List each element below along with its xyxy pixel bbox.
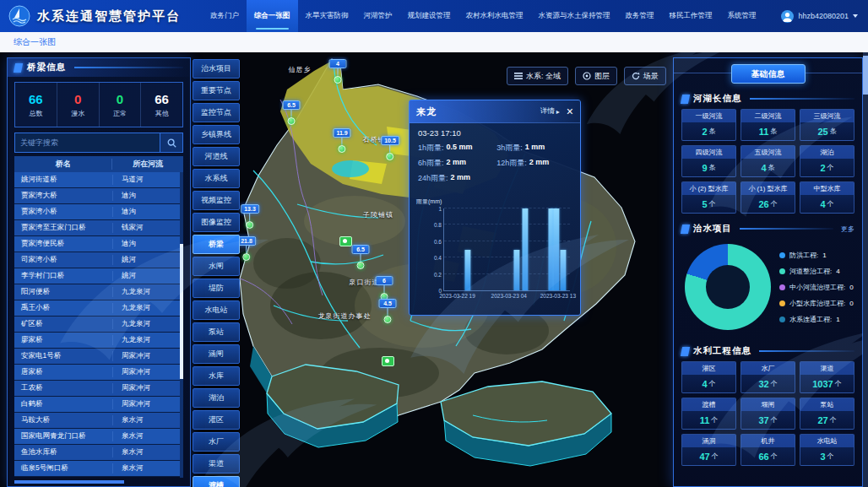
table-row[interactable]: 贾家湾小桥迪沟 (14, 204, 183, 220)
layer-menu-item[interactable]: 视频监控 (193, 191, 240, 210)
close-icon[interactable]: × (567, 106, 573, 117)
table-row[interactable]: 廖家桥九龙泉河 (14, 333, 183, 349)
table-row[interactable]: 阳河便桥九龙泉河 (14, 284, 183, 300)
basic-info-button[interactable]: 基础信息 (731, 64, 806, 84)
breadcrumb[interactable]: 综合一张图 (14, 36, 56, 48)
nav-item[interactable]: 农村水利水电管理 (458, 0, 531, 32)
nav-item[interactable]: 政务门户 (203, 0, 247, 32)
layer-menu-item[interactable]: 水闸 (193, 257, 240, 276)
info-card[interactable]: 堰闸37个 (741, 398, 795, 430)
table-row[interactable]: 贾家湾便民桥迪沟 (14, 236, 183, 252)
map-marker[interactable]: 4.5 (379, 299, 397, 323)
map-marker[interactable]: 4 (329, 59, 347, 84)
layer-menu-item[interactable]: 渡槽 (193, 476, 240, 487)
table-row[interactable]: 贾家湾大桥迪沟 (14, 188, 183, 204)
water-system-scope-button[interactable]: 水系: 全域 (507, 67, 568, 85)
layer-menu-item[interactable]: 图像监控 (193, 213, 240, 232)
user-menu[interactable]: hhzb42080201 (781, 10, 858, 23)
legend-dot (779, 300, 785, 306)
map-marker[interactable]: 6 (376, 276, 393, 300)
table-row[interactable]: 安家电1号桥周家冲河 (14, 349, 183, 365)
info-card[interactable]: 五级河流4条 (741, 145, 795, 177)
info-card[interactable]: 渠道1037个 (800, 361, 854, 393)
layers-button[interactable]: 图层 (575, 67, 617, 85)
info-card[interactable]: 一级河流2条 (681, 109, 736, 141)
layer-menu-item[interactable]: 水系线 (193, 169, 240, 188)
layer-menu-item[interactable]: 涵闸 (193, 344, 240, 364)
map-marker[interactable]: 10.5 (381, 136, 399, 160)
table-row[interactable]: 姚河街道桥马道河 (14, 172, 183, 188)
table-row[interactable]: 临泉5号闸口桥泉水河 (14, 461, 183, 477)
info-card[interactable]: 灌区4个 (681, 361, 736, 393)
page-scrollbar[interactable] (863, 52, 868, 487)
info-card[interactable]: 渡槽11个 (681, 398, 736, 430)
popup-detail-link[interactable]: 详情 (540, 106, 555, 116)
map-marker[interactable]: 11.9 (333, 128, 350, 153)
layer-menu-item[interactable]: 河道线 (193, 147, 240, 166)
table-row[interactable]: 马鞍大桥泉水河 (14, 413, 183, 429)
layer-menu-item[interactable]: 湖泊 (193, 388, 240, 408)
camera-icon[interactable] (382, 356, 394, 366)
info-card[interactable]: 三级河流25条 (800, 109, 854, 141)
camera-icon[interactable] (339, 236, 352, 246)
layer-menu-item[interactable]: 灌区 (193, 410, 240, 430)
layer-menu-item[interactable]: 监控节点 (193, 103, 240, 122)
table-horizontal-scrollbar[interactable] (14, 480, 124, 484)
nav-item[interactable]: 规划建设管理 (400, 0, 458, 32)
app-title: 水系连通智慧管护平台 (37, 8, 181, 24)
panel-header-line (74, 67, 183, 68)
map-marker[interactable]: 21.8 (237, 236, 256, 261)
layer-menu-item[interactable]: 水电站 (193, 300, 240, 320)
info-card[interactable]: 中型水库4个 (800, 181, 854, 214)
table-row[interactable]: 白鹤桥周家冲河 (14, 397, 183, 413)
map-marker[interactable]: 6.5 (352, 245, 370, 269)
info-card[interactable]: 四级河流9条 (681, 145, 736, 177)
layer-menu-item[interactable]: 重要节点 (193, 81, 240, 100)
nav-item[interactable]: 系统管理 (720, 0, 764, 32)
table-row[interactable]: 禹王小桥九龙泉河 (14, 300, 183, 317)
table-row[interactable]: 鱼池水库桥泉水河 (14, 445, 183, 461)
layer-menu-item[interactable]: 水厂 (193, 432, 240, 452)
nav-item[interactable]: 综合一张图 (247, 0, 298, 32)
more-link[interactable]: 更多 (841, 225, 854, 234)
table-row[interactable]: 矿区桥九龙泉河 (14, 317, 183, 333)
map-marker[interactable]: 6.5 (283, 100, 301, 125)
info-card-value-row: 11个 (682, 411, 735, 429)
table-scrollbar[interactable] (180, 172, 183, 478)
nav-item[interactable]: 水旱灾害防御 (298, 0, 356, 32)
page-scrollbar-thumb[interactable] (863, 56, 868, 95)
table-row[interactable]: 李学村门口桥姚河 (14, 268, 183, 284)
info-card[interactable]: 水电站3个 (800, 434, 854, 466)
info-card[interactable]: 涵洞47个 (681, 434, 736, 466)
rain-stat-value: 0.5 mm (447, 143, 473, 154)
info-card[interactable]: 小 (1) 型水库26个 (741, 181, 795, 214)
info-card[interactable]: 小 (2) 型水库5个 (681, 181, 736, 214)
table-row[interactable]: 工农桥周家冲河 (14, 381, 183, 397)
info-card[interactable]: 二级河流11条 (741, 109, 795, 141)
layer-menu-item[interactable]: 水库 (193, 366, 240, 386)
section-icon (681, 95, 690, 104)
table-row[interactable]: 唐家桥周家冲河 (14, 365, 183, 381)
info-card[interactable]: 机井66个 (741, 434, 795, 466)
search-button[interactable] (160, 133, 182, 152)
nav-item[interactable]: 河湖管护 (356, 0, 400, 32)
nav-item[interactable]: 水资源与水土保持管理 (531, 0, 618, 32)
info-card[interactable]: 水厂32个 (741, 361, 795, 393)
layer-menu-item[interactable]: 乡镇界线 (193, 125, 240, 144)
search-input[interactable] (15, 133, 160, 152)
table-row[interactable]: 国家电网青龙门口桥泉水河 (14, 429, 183, 445)
info-card[interactable]: 湖泊2个 (800, 145, 854, 177)
nav-item[interactable]: 移民工作管理 (662, 0, 720, 32)
layer-menu-item[interactable]: 治水项目 (193, 59, 240, 78)
table-row[interactable]: 贾家湾至王家门口桥钱家河 (14, 220, 183, 236)
layer-menu-item[interactable]: 泵站 (193, 322, 240, 342)
map-marker[interactable]: 13.3 (241, 204, 259, 229)
layer-menu-item[interactable]: 渠道 (193, 454, 240, 473)
layer-menu-item[interactable]: 堤防 (193, 279, 240, 298)
table-row[interactable]: 司家湾小桥姚河 (14, 252, 183, 268)
layer-menu-item[interactable]: 桥梁 (193, 235, 240, 254)
info-card[interactable]: 泵站27个 (800, 398, 854, 430)
scene-button[interactable]: 场景 (624, 67, 666, 85)
nav-item[interactable]: 政务管理 (618, 0, 662, 32)
table-scrollbar-thumb[interactable] (180, 244, 183, 379)
